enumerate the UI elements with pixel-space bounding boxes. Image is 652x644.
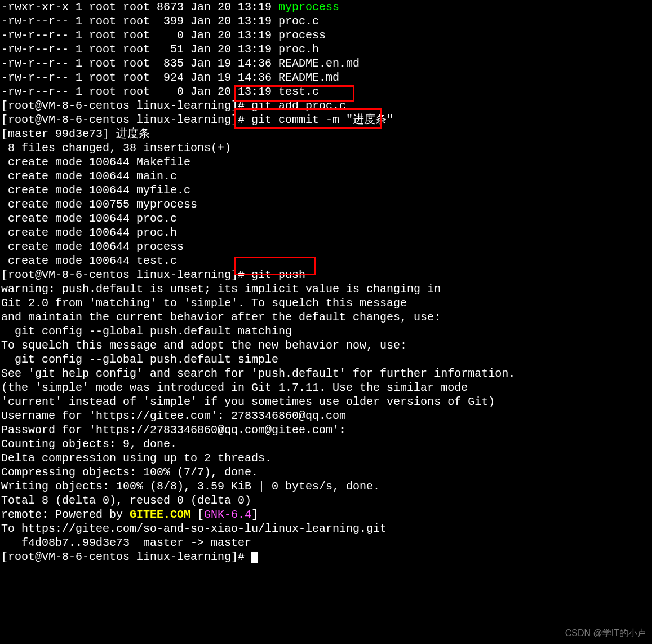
watermark: CSDN @学IT的小卢	[565, 628, 646, 639]
cmd-git-add: git add proc.c	[251, 99, 346, 112]
cmd-git-commit: git commit -m "进度条"	[251, 113, 393, 126]
cmd-git-push: git push	[251, 268, 305, 281]
terminal[interactable]: -rwxr-xr-x 1 root root 8673 Jan 20 13:19…	[0, 0, 652, 564]
cursor	[251, 552, 258, 563]
